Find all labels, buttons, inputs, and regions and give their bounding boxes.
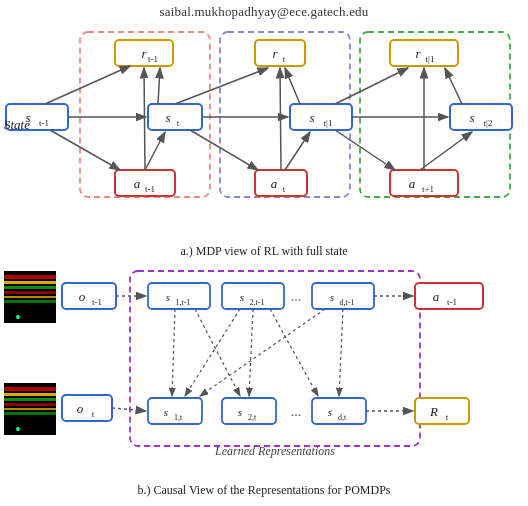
- top-diagram: r t-1 r t r t|1 s t-1 s t s t|1 s: [0, 22, 528, 242]
- svg-text:t|1: t|1: [324, 118, 333, 128]
- svg-line-46: [190, 130, 258, 170]
- mdp-diagram: r t-1 r t r t|1 s t-1 s t s t|1 s: [0, 22, 528, 232]
- svg-text:a: a: [271, 176, 278, 191]
- svg-rect-27: [255, 170, 307, 196]
- svg-line-110: [339, 309, 343, 396]
- svg-text:R: R: [429, 404, 438, 419]
- svg-line-49: [144, 68, 145, 170]
- svg-text:t|2: t|2: [484, 118, 493, 128]
- svg-rect-63: [4, 387, 56, 391]
- svg-line-44: [50, 130, 120, 170]
- svg-line-42: [445, 68, 462, 104]
- svg-text:s: s: [330, 291, 334, 303]
- svg-line-108: [185, 309, 240, 396]
- svg-rect-15: [148, 104, 202, 130]
- svg-text:t+1: t+1: [422, 184, 434, 194]
- svg-line-50: [280, 68, 281, 170]
- svg-line-112: [270, 309, 318, 396]
- mdp-caption: a.) MDP view of RL with full state: [0, 244, 528, 259]
- svg-rect-58: [4, 291, 56, 294]
- svg-line-48: [335, 130, 395, 170]
- svg-text:t-1: t-1: [447, 297, 457, 307]
- bottom-diagram: o t-1 o t s 1,t-1 s 2,t-1 ... s d,t-1: [0, 263, 528, 483]
- svg-text:1,t-1: 1,t-1: [176, 298, 191, 307]
- svg-line-47: [420, 132, 472, 170]
- svg-line-38: [158, 68, 160, 104]
- svg-text:2,t: 2,t: [248, 413, 257, 422]
- svg-text:s: s: [309, 110, 314, 125]
- svg-rect-65: [4, 398, 56, 401]
- causal-diagram: o t-1 o t s 1,t-1 s 2,t-1 ... s d,t-1: [0, 263, 528, 458]
- svg-line-111: [200, 309, 325, 396]
- svg-text:Learned Representations: Learned Representations: [214, 444, 335, 458]
- header-email: saibal.mukhopadhyay@ece.gatech.edu: [0, 0, 528, 20]
- svg-rect-59: [4, 296, 56, 298]
- svg-line-41: [335, 68, 408, 104]
- svg-text:d,t-1: d,t-1: [340, 298, 355, 307]
- svg-text:a: a: [409, 176, 416, 191]
- svg-point-61: [16, 315, 20, 319]
- svg-line-107: [195, 309, 240, 396]
- svg-rect-18: [290, 104, 352, 130]
- svg-text:2,t-1: 2,t-1: [250, 298, 265, 307]
- svg-text:s: s: [469, 110, 474, 125]
- svg-text:s: s: [240, 291, 244, 303]
- svg-line-45: [285, 132, 310, 170]
- svg-text:...: ...: [291, 404, 302, 419]
- svg-rect-21: [450, 104, 512, 130]
- svg-text:1,t: 1,t: [174, 413, 183, 422]
- svg-point-69: [16, 427, 20, 431]
- svg-line-43: [145, 132, 165, 170]
- svg-text:t-1: t-1: [39, 118, 49, 128]
- bottom-caption: b.) Causal View of the Representations f…: [0, 483, 528, 498]
- svg-text:o: o: [79, 289, 86, 304]
- svg-rect-56: [4, 281, 56, 284]
- svg-rect-66: [4, 403, 56, 406]
- svg-line-109: [249, 309, 253, 396]
- svg-text:s: s: [166, 291, 170, 303]
- svg-text:t-1: t-1: [145, 184, 155, 194]
- svg-text:t-1: t-1: [92, 297, 102, 307]
- svg-rect-70: [62, 283, 116, 309]
- svg-text:...: ...: [291, 289, 302, 304]
- svg-text:s: s: [164, 406, 168, 418]
- svg-line-39: [175, 68, 268, 104]
- page-container: saibal.mukhopadhyay@ece.gatech.edu r t-1…: [0, 0, 528, 506]
- svg-rect-6: [255, 40, 305, 66]
- svg-rect-60: [4, 300, 56, 303]
- svg-text:d,t: d,t: [338, 413, 347, 422]
- svg-rect-55: [4, 275, 56, 279]
- svg-line-105: [112, 408, 146, 411]
- svg-rect-67: [4, 408, 56, 410]
- svg-line-106: [172, 309, 175, 396]
- svg-rect-100: [415, 398, 469, 424]
- svg-text:a: a: [433, 289, 440, 304]
- svg-rect-73: [62, 395, 112, 421]
- svg-text:o: o: [77, 401, 84, 416]
- svg-text:s: s: [238, 406, 242, 418]
- svg-text:t-1: t-1: [148, 54, 158, 64]
- svg-text:t|1: t|1: [426, 54, 435, 64]
- svg-rect-68: [4, 412, 56, 415]
- svg-text:s: s: [328, 406, 332, 418]
- svg-rect-9: [390, 40, 458, 66]
- svg-text:s: s: [165, 110, 170, 125]
- svg-line-40: [285, 68, 300, 104]
- state-label: State: [4, 117, 30, 133]
- svg-line-37: [45, 66, 130, 104]
- svg-text:a: a: [134, 176, 141, 191]
- svg-rect-64: [4, 393, 56, 396]
- svg-rect-57: [4, 286, 56, 289]
